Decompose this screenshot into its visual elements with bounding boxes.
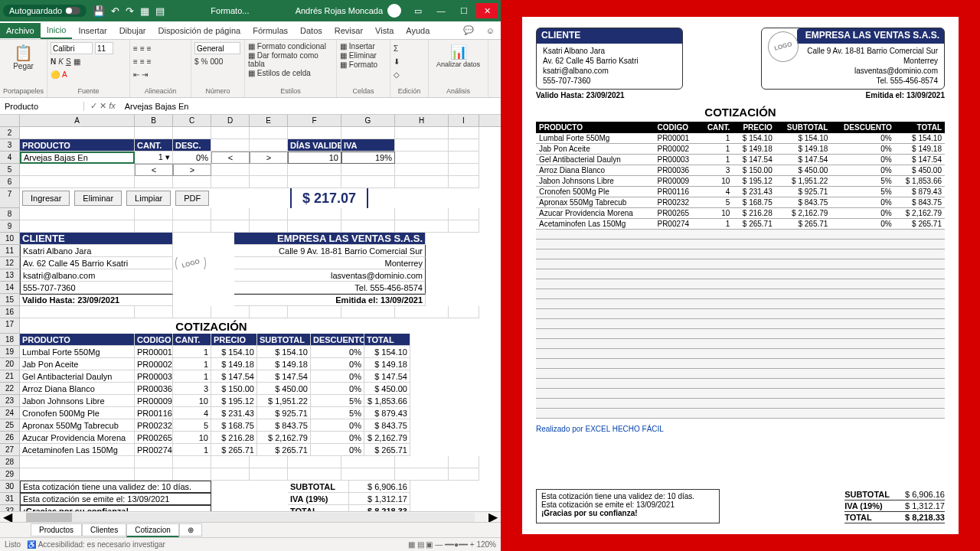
delete-button[interactable]: ▦ Eliminar	[340, 51, 387, 60]
avatar	[387, 4, 401, 18]
paste-button[interactable]: 📋Pegar	[3, 42, 44, 72]
pdf-preview: CLIENTE Ksatri Albano JaraAv. 62 Calle 4…	[501, 0, 980, 551]
align-icon[interactable]: ≡	[147, 44, 152, 53]
titlebar: Autoguardado 💾 ↶ ↷ ▦ ▤ Formato... Andrés…	[0, 0, 501, 21]
number-format[interactable]	[194, 42, 240, 54]
currency-icon[interactable]: $	[194, 57, 199, 66]
analyze-button[interactable]: 📊Analizar datos	[432, 42, 485, 70]
share-icon[interactable]: ☺	[480, 23, 501, 38]
bold-icon[interactable]: N	[51, 57, 56, 66]
user-account[interactable]: Andrés Rojas Moncada	[296, 4, 401, 18]
view-icon[interactable]: ▦ ▤ ▣	[408, 540, 433, 549]
indent-icon[interactable]: ⇤	[133, 70, 139, 79]
sheet-tab-clientes[interactable]: Clientes	[82, 523, 126, 536]
sheet-tab-cotizacion[interactable]: Cotizacion	[126, 523, 179, 537]
format-button[interactable]: ▦ Formato	[340, 60, 387, 69]
italic-icon[interactable]: K	[58, 57, 64, 66]
clear-icon[interactable]: ◇	[394, 70, 400, 79]
action-button[interactable]: Limpiar	[126, 191, 171, 206]
spreadsheet-grid[interactable]: ABCDEFGHI 23PRODUCTOCANT.DESC.DÍAS VALID…	[0, 115, 501, 511]
pdf-notes: Esta cotización tiene una validez de: 10…	[536, 489, 720, 523]
pdf-empresa-box: LOGO EMPRESA LAS VENTAS S.A.S. Calle 9 A…	[761, 28, 945, 90]
tab-ayuda[interactable]: Ayuda	[400, 23, 436, 38]
tab-datos[interactable]: Datos	[294, 23, 328, 38]
ribbon-options-icon[interactable]: ▭	[407, 3, 429, 18]
cell-styles-button[interactable]: ▦ Estilos de celda	[248, 69, 333, 77]
tab-inicio[interactable]: Inicio	[41, 22, 73, 39]
tab-disposicion[interactable]: Disposición de página	[152, 23, 247, 38]
pdf-totals: SUBTOTAL$ 6,906.16 IVA (19%)$ 1,312.17 T…	[844, 489, 945, 523]
sheet-tab-productos[interactable]: Productos	[31, 523, 82, 536]
new-sheet-button[interactable]: ⊕	[179, 523, 202, 536]
pdf-credit-link[interactable]: Realizado por EXCEL HECHO FÁCIL	[536, 425, 945, 433]
font-size[interactable]	[95, 42, 113, 54]
action-button[interactable]: PDF	[175, 191, 209, 206]
tab-formulas[interactable]: Fórmulas	[247, 23, 294, 38]
pdf-cliente-box: CLIENTE Ksatri Albano JaraAv. 62 Calle 4…	[536, 28, 683, 90]
horizontal-scrollbar[interactable]: ◀▶	[0, 511, 501, 522]
comments-icon[interactable]: 💬	[457, 22, 480, 38]
underline-icon[interactable]: S	[66, 57, 71, 66]
tab-insertar[interactable]: Insertar	[72, 23, 113, 38]
formula-bar: Producto ✓ ✕ fx Arvejas Bajas En	[0, 98, 501, 115]
sheet-tabs: Productos Clientes Cotizacion ⊕	[0, 522, 501, 537]
save-icon[interactable]: 💾	[93, 5, 105, 17]
name-box[interactable]: Producto	[0, 102, 84, 111]
border-icon[interactable]: ▦	[74, 57, 80, 66]
minimize-icon[interactable]: —	[430, 3, 452, 18]
tab-vista[interactable]: Vista	[369, 23, 400, 38]
action-button[interactable]: Eliminar	[74, 191, 122, 206]
accessibility-icon[interactable]: ♿	[27, 540, 36, 549]
align-icon[interactable]: ≡	[140, 57, 145, 66]
tab-archivo[interactable]: Archivo	[0, 23, 41, 38]
redo-icon[interactable]: ↷	[126, 5, 134, 17]
tab-revisar[interactable]: Revisar	[328, 23, 369, 38]
indent-icon[interactable]: ⇥	[142, 70, 148, 79]
status-bar: Listo ♿ Accesibilidad: es necesario inve…	[0, 537, 501, 551]
autosave-toggle[interactable]: Autoguardado	[3, 5, 87, 17]
pdf-title: COTIZACIÓN	[536, 106, 945, 119]
percent-icon[interactable]: %	[201, 57, 208, 66]
font-color-icon[interactable]: A	[62, 70, 67, 79]
undo-icon[interactable]: ↶	[111, 5, 119, 17]
maximize-icon[interactable]: ☐	[453, 3, 475, 18]
qat-icon[interactable]: ▤	[155, 5, 165, 17]
align-icon[interactable]: ≡	[147, 57, 152, 66]
fx-icon[interactable]: ✓ ✕ fx	[84, 101, 122, 111]
align-icon[interactable]: ≡	[133, 44, 138, 53]
fill-color-icon[interactable]: 🟡	[51, 70, 60, 79]
tab-dibujar[interactable]: Dibujar	[113, 23, 152, 38]
align-icon[interactable]: ≡	[140, 44, 145, 53]
quick-access-toolbar[interactable]: 💾 ↶ ↷ ▦ ▤	[93, 5, 165, 17]
menu-tabs: Archivo Inicio Insertar Dibujar Disposic…	[0, 21, 501, 40]
insert-button[interactable]: ▦ Insertar	[340, 42, 387, 51]
table-format-button[interactable]: ▦ Dar formato como tabla	[248, 51, 333, 68]
formula-input[interactable]: Arvejas Bajas En	[122, 102, 501, 111]
action-button[interactable]: Ingresar	[22, 191, 70, 206]
fill-icon[interactable]: ⬇	[394, 57, 400, 66]
doc-title: Formato...	[165, 6, 296, 15]
sum-icon[interactable]: Σ	[394, 44, 398, 53]
close-icon[interactable]: ✕	[476, 3, 498, 18]
pdf-items-table: PRODUCTOCODIGOCANT.PRECIOSUBTOTALDESCUEN…	[536, 122, 945, 419]
cond-format-button[interactable]: ▦ Formato condicional	[248, 42, 333, 51]
qat-icon[interactable]: ▦	[140, 5, 149, 17]
excel-window: Autoguardado 💾 ↶ ↷ ▦ ▤ Formato... Andrés…	[0, 0, 501, 551]
align-icon[interactable]: ≡	[133, 57, 138, 66]
font-select[interactable]	[51, 42, 93, 54]
ribbon: 📋PegarPortapapeles N K S ▦🟡AFuente ≡≡≡≡≡…	[0, 40, 501, 98]
